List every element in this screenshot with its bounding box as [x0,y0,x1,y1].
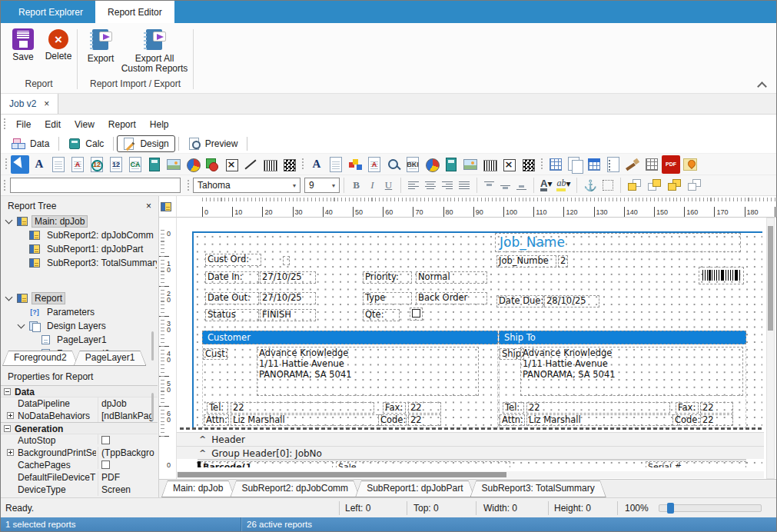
clipped-field-1[interactable]: Barcode(1 [201,461,333,467]
clipped-field-3[interactable]: Serial # [646,461,746,467]
collapse-box-icon[interactable] [4,388,11,395]
dbcalculator-tool-icon[interactable] [442,155,460,174]
band-label-customer[interactable]: Customer [202,331,498,344]
pagebreak-tool-icon[interactable] [604,155,623,174]
line-tool-icon[interactable] [241,155,260,174]
clipped-field-2[interactable]: Sale [336,461,510,467]
checkbox[interactable] [101,461,110,469]
subreport-tool-icon[interactable] [566,155,584,174]
export-all-button[interactable]: Export AllCustom Reports [121,28,188,74]
collapse-band-icon[interactable]: ^ [199,448,206,458]
field-job-number-suffix[interactable]: 2 [558,255,568,268]
menu-view[interactable]: View [68,119,101,130]
field-cust-address[interactable]: Advance Knowledge 1/11 Hattie Avenue PAN… [257,347,479,396]
align-left-button[interactable] [407,180,420,191]
table-tool-icon[interactable] [643,155,661,174]
systemvariable-tool-icon[interactable]: 12 [88,155,106,174]
property-datapipeline[interactable]: DataPipelinedpJob [1,397,158,410]
expand-chevron-icon[interactable] [18,321,25,329]
property-value[interactable]: (TppBackgro [98,447,158,459]
field-fax-value[interactable]: 22 [408,402,441,414]
band-separator-header[interactable]: ^ Header [177,432,764,446]
band-separator-group-header[interactable]: ^ Group Header[0]: JobNo [177,446,764,460]
dbmemo-tool-icon[interactable] [327,155,345,174]
field-type-label[interactable]: Type [363,292,412,304]
tree-item-pagelayer1[interactable]: PageLayer1 [4,333,157,347]
dbchart-tool-icon[interactable] [423,155,441,174]
bold-button[interactable]: B [348,178,364,193]
dbbarcode-tool-icon[interactable]: BKI [403,155,422,174]
valign-top-button[interactable] [483,180,496,191]
field-fax-label[interactable]: Fax: [383,402,406,414]
tree-item-subreport1-dpjobpart[interactable]: SubReport1: dpJobPart [4,242,157,256]
align-justify-button[interactable] [457,180,471,191]
layer-tab-pagelayer1[interactable]: PageLayer1 [74,351,147,366]
field-attn-value[interactable]: Liz Marshall [231,414,382,426]
close-document-icon[interactable]: × [44,98,49,109]
font-name-combo[interactable]: Tahoma▾ [193,178,301,193]
pdf-tool-icon[interactable]: PDF [662,155,680,174]
crosstab-tool-icon[interactable] [585,155,603,174]
field-attn-label[interactable]: Attn: [204,414,229,426]
field-qte-label[interactable]: Qte: [363,309,400,321]
collapse-ribbon-chevron-icon[interactable] [757,81,767,91]
field-ship-tel-label[interactable]: Tel: [503,402,524,414]
field-code-value[interactable]: 22 [408,414,441,426]
calc-tool-icon[interactable] [145,155,164,174]
property-value[interactable]: [ndBlankPag [98,410,158,422]
expand-box-icon[interactable] [7,449,14,456]
expand-chevron-icon[interactable] [5,217,13,224]
field-code-label[interactable]: Code: [378,414,407,426]
view-tab-calc[interactable]: Calc [62,135,110,152]
dbimage-search-tool-icon[interactable] [384,155,403,174]
property-value[interactable]: PDF [98,471,158,484]
horizontal-scrollbar-thumb[interactable] [178,472,506,477]
report-tab-subreport3-totalsummary[interactable]: SubReport3: TotalSummary [470,480,606,497]
field-ship-address[interactable]: Advance Knowledge 1/11 Hattie Avenue PAN… [520,347,743,396]
vertical-scrollbar[interactable] [766,218,775,479]
field-status-label[interactable]: Status [205,309,259,321]
field-tel-value[interactable]: 22 [231,402,374,414]
barcode-tool-icon[interactable] [261,155,279,174]
underline-button[interactable]: U [380,178,397,193]
font-size-combo[interactable]: 9▾ [304,178,340,193]
tree-item-design-layers[interactable]: Design Layers [4,319,157,333]
save-button[interactable]: Save [7,28,39,62]
collapse-band-icon[interactable]: ^ [199,434,206,444]
report-tab-main-dpjob[interactable]: Main: dpJob [161,480,234,497]
zoom-slider[interactable] [659,504,762,512]
property-backgroundprintse[interactable]: BackgroundPrintSe(TppBackgro [1,447,158,459]
dbtext-tool-icon[interactable]: A [307,155,326,174]
field-ship-code-value[interactable]: 22 [700,414,733,426]
document-tab-job-v2[interactable]: Job v2 × [1,94,58,114]
menu-help[interactable]: Help [143,119,176,130]
tab-report-editor[interactable]: Report Editor [95,1,174,23]
field-status-value[interactable]: FINISH [260,309,316,321]
design-canvas[interactable]: Job_Name Job_Numbe 2 Cust Ord: Date In: … [177,218,764,479]
map-tool-icon[interactable] [681,155,699,174]
property-value[interactable]: dpJob [98,397,158,410]
field-cust-ord-value[interactable] [283,256,290,265]
field-ship-attn-label[interactable]: Attn: [500,414,525,426]
menu-report[interactable]: Report [101,119,143,130]
region-tool-icon[interactable] [546,155,565,174]
field-date-in-label[interactable]: Date In: [205,271,259,284]
select-tool-icon[interactable] [11,155,29,174]
tree-item-subreport3-totalsummary[interactable]: SubReport3: TotalSummary [4,256,157,270]
expand-box-icon[interactable] [7,412,14,419]
bring-forward-button[interactable] [667,179,682,192]
expand-chevron-icon[interactable] [5,294,13,301]
checkbox-tool-icon[interactable] [222,155,241,174]
property-section-generation[interactable]: Generation [1,422,158,434]
chart-tool-icon[interactable] [184,155,202,174]
field-type-value[interactable]: Back Order [416,292,487,304]
paintbrush-tool-icon[interactable] [623,155,642,174]
property-value[interactable] [98,434,158,444]
view-tab-preview[interactable]: Preview [182,135,244,152]
send-to-back-button[interactable] [647,179,662,192]
field-job-number[interactable]: Job_Numbe [496,255,556,268]
menu-file[interactable]: File [9,119,38,130]
barcode2d-tool-icon[interactable] [280,155,298,174]
property-devicetype[interactable]: DeviceTypeScreen [1,484,158,496]
image-tool-icon[interactable] [164,155,183,174]
